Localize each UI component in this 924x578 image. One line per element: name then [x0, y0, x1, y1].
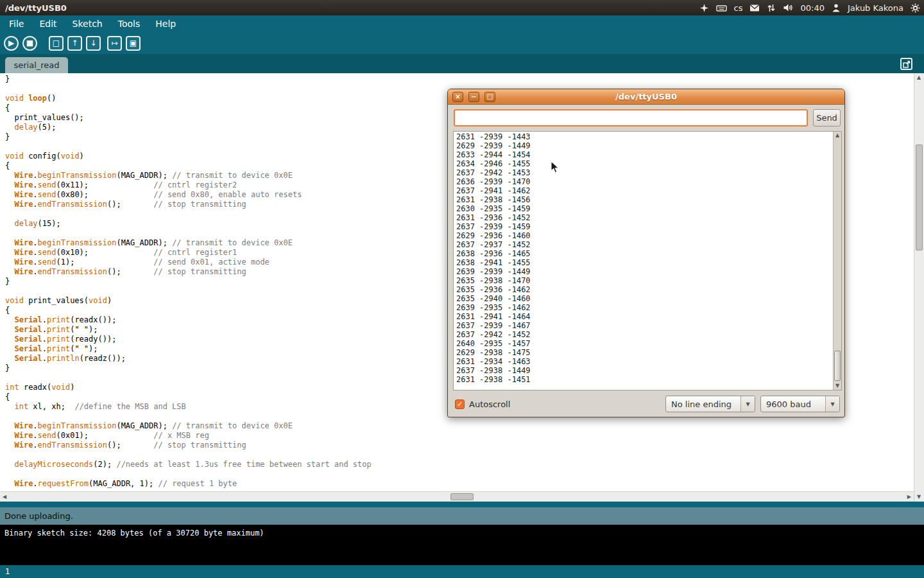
tab-label: serial_read	[13, 60, 59, 70]
scroll-down-icon[interactable]: ▼	[917, 495, 921, 500]
sync-arrows-icon[interactable]	[767, 3, 776, 13]
code-line: int readx(void)	[5, 383, 372, 392]
serial-row: 2637 -2942 -1453	[456, 168, 531, 177]
autoscroll-checkbox[interactable]: ✓	[455, 399, 465, 409]
editor-hscrollbar[interactable]: ◀ ▶	[0, 491, 914, 502]
code-line	[5, 286, 372, 296]
code-line	[5, 469, 372, 479]
new-window-icon	[903, 60, 911, 68]
menu-tools[interactable]: Tools	[110, 17, 148, 31]
serial-row: 2631 -2938 -1456	[456, 195, 531, 204]
serial-row: 2631 -2941 -1464	[456, 312, 531, 321]
menu-sketch[interactable]: Sketch	[65, 17, 110, 31]
serial-row: 2637 -2937 -1452	[456, 240, 531, 249]
baud-rate-select[interactable]: 9600 baud ▼	[760, 396, 840, 412]
close-button[interactable]: ×	[452, 92, 463, 102]
code-line: {	[5, 306, 372, 315]
lower-area: Done uploading. Binary sketch size: 4208…	[0, 502, 924, 578]
serial-monitor-titlebar[interactable]: × − □ /dev/ttyUSB0	[448, 89, 844, 105]
code-line: delayMicroseconds(2); //needs at least 1…	[5, 460, 372, 469]
vscroll-thumb[interactable]	[916, 144, 923, 250]
send-button[interactable]: Send	[813, 109, 841, 127]
serial-output-panel[interactable]: 2631 -2939 -14432629 -2939 -14492633 -29…	[453, 131, 842, 390]
tabbar: serial_read	[0, 54, 924, 73]
build-console[interactable]: Binary sketch size: 4208 bytes (of a 307…	[0, 525, 924, 565]
baud-dropdown-icon[interactable]: ▼	[825, 396, 839, 412]
stop-button[interactable]: ■	[22, 36, 37, 51]
status-bar: Done uploading.	[0, 507, 924, 525]
window-controls: × − □	[452, 92, 495, 102]
new-sketch-button[interactable]: □	[49, 36, 64, 51]
serial-monitor-icon: ▣	[130, 39, 137, 47]
serial-row: 2634 -2946 -1455	[456, 159, 531, 168]
keyboard-icon[interactable]	[716, 3, 727, 13]
autoscroll-label: Autoscroll	[469, 399, 510, 409]
serial-scroll-up-icon[interactable]: ▲	[835, 133, 839, 138]
menu-help[interactable]: Help	[148, 17, 184, 31]
baud-rate-value: 9600 baud	[761, 396, 825, 412]
console-text: Binary sketch size: 4208 bytes (of a 307…	[4, 529, 264, 538]
serial-scroll-thumb[interactable]	[834, 351, 841, 381]
code-line	[5, 84, 372, 94]
menu-file[interactable]: File	[1, 17, 31, 31]
save-icon: ↓	[90, 39, 96, 47]
serial-row: 2631 -2939 -1443	[456, 132, 531, 141]
mail-icon[interactable]	[749, 4, 760, 12]
keyboard-layout-indicator[interactable]: cs	[734, 3, 743, 13]
system-tray: cs 00:40 Jakub Kakona	[699, 0, 920, 15]
code-line: Wire.beginTransmission(MAG_ADDR); // tra…	[5, 421, 372, 431]
code-line	[5, 209, 372, 219]
line-ending-dropdown-icon[interactable]: ▼	[740, 396, 755, 412]
hscroll-thumb[interactable]	[450, 493, 474, 500]
open-button[interactable]: ↑	[67, 36, 82, 51]
maximize-button[interactable]: □	[484, 92, 495, 102]
serial-row: 2631 -2936 -1452	[456, 213, 531, 222]
tab-serial-read[interactable]: serial_read	[5, 57, 68, 73]
serial-row: 2638 -2941 -1455	[456, 258, 531, 267]
line-ending-select[interactable]: No line ending ▼	[665, 396, 755, 412]
toolbar: ▶■□↑↓↦▣	[0, 32, 924, 54]
serial-row: 2637 -2938 -1449	[456, 366, 531, 375]
user-icon[interactable]	[832, 3, 841, 13]
code-line: Wire.endTransmission(); // stop transmit…	[5, 441, 372, 450]
serial-row: 2639 -2935 -1462	[456, 303, 531, 312]
code-line: Serial.print(ready());	[5, 335, 372, 344]
scroll-left-icon[interactable]: ◀	[3, 495, 6, 500]
gear-icon[interactable]	[911, 3, 920, 13]
serial-send-input[interactable]	[454, 109, 808, 127]
volume-icon[interactable]	[783, 3, 793, 12]
serial-row: 2631 -2938 -1451	[456, 375, 531, 384]
code-line: }	[5, 277, 372, 286]
code-line: Wire.send(1); // send 0x01, active mode	[5, 258, 372, 267]
verify-button[interactable]: ▶	[4, 36, 19, 51]
screen: /dev/ttyUSB0 cs 00:40 Jakub Kakona	[0, 0, 924, 578]
clock[interactable]: 00:40	[800, 3, 824, 13]
autoscroll-control[interactable]: ✓ Autoscroll	[455, 399, 510, 409]
menu-edit[interactable]: Edit	[31, 17, 64, 31]
tab-menu-button[interactable]	[900, 58, 912, 70]
upload-button[interactable]: ↦	[107, 36, 122, 51]
indicator-icon[interactable]	[699, 3, 709, 13]
user-menu[interactable]: Jakub Kakona	[848, 3, 903, 13]
scroll-up-icon[interactable]: ▲	[917, 75, 921, 80]
serial-monitor-button[interactable]: ▣	[126, 36, 141, 51]
serial-row: 2633 -2944 -1454	[456, 150, 531, 159]
code-line: delay(15);	[5, 219, 372, 229]
new-sketch-icon: □	[53, 39, 60, 47]
code-line	[5, 142, 372, 152]
code-line	[5, 229, 372, 238]
send-button-label: Send	[816, 113, 837, 123]
code-line: Wire.send(0x01); // x MSB reg	[5, 431, 372, 441]
editor-vscrollbar[interactable]: ▲ ▼	[914, 73, 924, 502]
scroll-right-icon[interactable]: ▶	[907, 495, 911, 500]
code-line: Serial.println(readz());	[5, 354, 372, 363]
serial-row: 2637 -2939 -1459	[456, 222, 531, 231]
code-line: Serial.print(readx());	[5, 315, 372, 325]
open-icon: ↑	[71, 39, 78, 47]
minimize-button[interactable]: −	[468, 92, 479, 102]
code-line: Wire.beginTransmission(MAG_ADDR); // tra…	[5, 238, 372, 248]
save-button[interactable]: ↓	[86, 36, 101, 51]
serial-scroll-down-icon[interactable]: ▼	[835, 383, 839, 389]
serial-scrollbar[interactable]: ▲ ▼	[833, 132, 841, 390]
menubar: FileEditSketchToolsHelp	[0, 15, 924, 32]
